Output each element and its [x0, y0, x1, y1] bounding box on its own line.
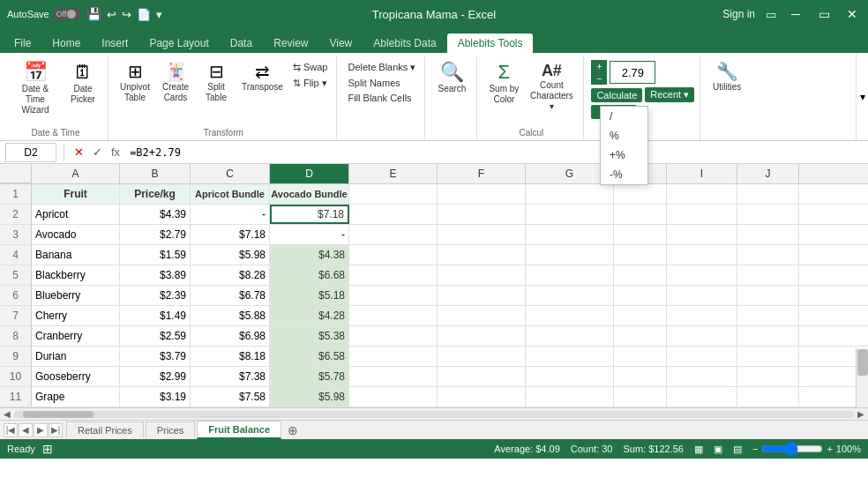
- transpose-button[interactable]: ⇄ Transpose: [237, 60, 288, 95]
- col-header-a[interactable]: A: [32, 164, 120, 183]
- sheet-nav-next[interactable]: ▶: [34, 423, 48, 437]
- cell-f4[interactable]: [438, 245, 526, 265]
- cell-e1[interactable]: [349, 184, 438, 204]
- cell-g3[interactable]: [526, 225, 614, 244]
- create-cards-button[interactable]: 🃏 CreateCards: [156, 60, 195, 106]
- cell-b2[interactable]: $4.39: [120, 205, 191, 224]
- cell-i10[interactable]: [667, 367, 737, 386]
- h-scroll-thumb[interactable]: [23, 411, 94, 418]
- cell-b9[interactable]: $3.79: [120, 347, 191, 366]
- sheet-nav-last[interactable]: ▶|: [49, 423, 63, 437]
- cell-b4[interactable]: $1.59: [120, 245, 191, 265]
- autosave-toggle[interactable]: AutoSave Off: [7, 8, 81, 20]
- cell-g9[interactable]: [526, 347, 614, 366]
- col-header-c[interactable]: C: [191, 164, 270, 183]
- cell-d8[interactable]: $5.38: [270, 326, 349, 346]
- cell-a8[interactable]: Cranberry: [32, 326, 120, 346]
- cell-j2[interactable]: [737, 205, 799, 224]
- cell-b11[interactable]: $3.19: [120, 387, 191, 407]
- flip-button[interactable]: ⇅ Flip ▾: [289, 76, 332, 91]
- cell-d10[interactable]: $5.78: [270, 367, 349, 386]
- delete-blanks-button[interactable]: Delete Blanks ▾: [344, 60, 419, 75]
- ribbon-collapse-icon[interactable]: ▭: [766, 8, 776, 21]
- vertical-scrollbar[interactable]: [856, 348, 868, 407]
- cell-d7[interactable]: $4.28: [270, 306, 349, 325]
- cell-b7[interactable]: $1.49: [120, 306, 191, 325]
- cell-e11[interactable]: [349, 387, 438, 407]
- cell-e10[interactable]: [349, 367, 438, 386]
- cell-f9[interactable]: [438, 347, 526, 366]
- cell-i6[interactable]: [667, 286, 737, 305]
- tab-page-layout[interactable]: Page Layout: [138, 34, 219, 53]
- signin-button[interactable]: Sign in: [722, 8, 755, 20]
- cell-j3[interactable]: [737, 225, 799, 244]
- cell-j6[interactable]: [737, 286, 799, 305]
- cell-f10[interactable]: [438, 367, 526, 386]
- insert-function-icon[interactable]: fx: [108, 145, 123, 160]
- cell-a2[interactable]: Apricot: [32, 205, 120, 224]
- operator-percent[interactable]: %: [601, 126, 647, 146]
- cell-g4[interactable]: [526, 245, 614, 265]
- undo-icon[interactable]: ↩: [107, 8, 116, 21]
- cell-a11[interactable]: Grape: [32, 387, 120, 407]
- calc-minus-btn[interactable]: −: [591, 72, 607, 85]
- cell-g7[interactable]: [526, 306, 614, 325]
- cell-d6[interactable]: $5.18: [270, 286, 349, 305]
- sum-by-color-button[interactable]: Σ Sum byColor: [484, 60, 523, 108]
- tab-view[interactable]: View: [318, 34, 363, 53]
- date-picker-button[interactable]: 🗓 DatePicker: [64, 60, 102, 108]
- cell-c6[interactable]: $6.78: [191, 286, 270, 305]
- swap-button[interactable]: ⇆ Swap: [289, 60, 332, 75]
- cell-a9[interactable]: Durian: [32, 347, 120, 366]
- cell-f8[interactable]: [438, 326, 526, 346]
- recent-button[interactable]: Recent ▾: [645, 87, 694, 102]
- zoom-out-icon[interactable]: −: [752, 444, 758, 454]
- calculate-button[interactable]: Calculate: [591, 88, 642, 102]
- save-icon[interactable]: 💾: [86, 7, 101, 21]
- close-icon[interactable]: ✕: [843, 5, 861, 23]
- cell-g1[interactable]: [526, 184, 614, 204]
- cell-g10[interactable]: [526, 367, 614, 386]
- cell-d9[interactable]: $6.58: [270, 347, 349, 366]
- cell-i3[interactable]: [667, 225, 737, 244]
- cancel-formula-icon[interactable]: ✕: [71, 145, 86, 160]
- col-header-e[interactable]: E: [349, 164, 438, 183]
- sheet-tab-prices[interactable]: Prices: [146, 422, 196, 438]
- tab-data[interactable]: Data: [220, 34, 263, 53]
- cell-c10[interactable]: $7.38: [191, 367, 270, 386]
- cell-h7[interactable]: [614, 306, 667, 325]
- col-header-j[interactable]: J: [737, 164, 799, 183]
- cell-h3[interactable]: [614, 225, 667, 244]
- cell-reference-input[interactable]: [5, 143, 56, 162]
- cell-c3[interactable]: $7.18: [191, 225, 270, 244]
- utilities-button[interactable]: 🔧 Utilities: [707, 60, 746, 95]
- cell-j1[interactable]: [737, 184, 799, 204]
- cell-c11[interactable]: $7.58: [191, 387, 270, 407]
- fill-blank-cells-button[interactable]: Fill Blank Cells: [344, 91, 419, 105]
- cell-e6[interactable]: [349, 286, 438, 305]
- new-doc-icon[interactable]: 📄: [137, 8, 151, 21]
- autosave-switch[interactable]: Off: [53, 8, 81, 20]
- cell-e4[interactable]: [349, 245, 438, 265]
- restore-icon[interactable]: ▭: [815, 5, 833, 23]
- cell-a7[interactable]: Cherry: [32, 306, 120, 325]
- customize-icon[interactable]: ▾: [156, 8, 162, 21]
- cell-f1[interactable]: [438, 184, 526, 204]
- col-header-b[interactable]: B: [120, 164, 191, 183]
- cell-h8[interactable]: [614, 326, 667, 346]
- cell-i4[interactable]: [667, 245, 737, 265]
- cell-e5[interactable]: [349, 265, 438, 285]
- cell-c4[interactable]: $5.98: [191, 245, 270, 265]
- operator-plus-percent[interactable]: +%: [601, 146, 647, 165]
- cell-a6[interactable]: Blueberry: [32, 286, 120, 305]
- cell-j10[interactable]: [737, 367, 799, 386]
- cell-f6[interactable]: [438, 286, 526, 305]
- cell-f2[interactable]: [438, 205, 526, 224]
- cell-i2[interactable]: [667, 205, 737, 224]
- cell-c2[interactable]: -: [191, 205, 270, 224]
- cell-i8[interactable]: [667, 326, 737, 346]
- scroll-right-btn[interactable]: ▶: [857, 409, 864, 419]
- calc-value-input[interactable]: [610, 61, 655, 84]
- cell-i5[interactable]: [667, 265, 737, 285]
- cell-a10[interactable]: Gooseberry: [32, 367, 120, 386]
